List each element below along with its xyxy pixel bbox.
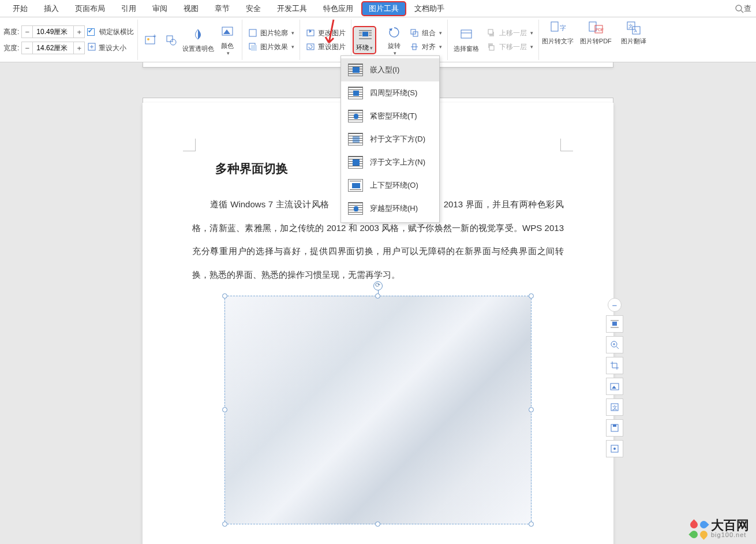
wrap-option-label: 浮于文字上方(N) (370, 157, 425, 167)
height-input[interactable]: − 10.49厘米 + (21, 25, 85, 38)
arrange-group: 旋转 组合 对齐 (380, 20, 448, 60)
transparency-button[interactable]: 设置透明色 (183, 27, 213, 53)
svg-line-1 (741, 10, 743, 13)
margin-corner-icon (560, 139, 573, 151)
pic-to-text-icon: 字 (549, 20, 566, 36)
tab-chapter[interactable]: 章节 (207, 1, 238, 16)
rotate-label: 旋转 (388, 42, 401, 50)
resize-handle[interactable] (375, 293, 380, 299)
selected-image[interactable] (224, 296, 532, 524)
group-button[interactable]: 组合 (407, 26, 444, 40)
wrap-option-tight[interactable]: 紧密型环绕(T) (341, 105, 439, 128)
width-plus[interactable]: + (74, 44, 84, 53)
wrap-option-through[interactable]: 穿越型环绕(H) (341, 197, 439, 220)
reset-picture-label: 重设图片 (318, 42, 346, 52)
pic-translate-label: 图片翻译 (621, 37, 646, 46)
svg-point-0 (736, 5, 742, 11)
pic-to-text-button[interactable]: 字 图片转文字 (542, 20, 572, 60)
resize-handle[interactable] (222, 521, 227, 527)
wrap-option-label: 衬于文字下方(D) (370, 134, 425, 144)
move-up-label: 上移一层 (499, 28, 527, 38)
resize-handle[interactable] (529, 521, 534, 527)
watermark-url: big100.net (711, 532, 749, 538)
wrap-option-front[interactable]: 浮于文字上方(N) (341, 151, 439, 174)
style-group: 图片轮廓 图片效果 (242, 20, 300, 60)
wrap-button[interactable]: 环绕 (353, 26, 376, 54)
pic-to-text-label: 图片转文字 (542, 37, 574, 46)
watermark-logo-icon (690, 521, 708, 538)
tab-reference[interactable]: 引用 (113, 1, 144, 16)
side-save-button[interactable] (606, 419, 623, 437)
rotate-icon (386, 24, 402, 40)
side-crop-button[interactable] (606, 357, 623, 374)
selection-pane-button[interactable]: 选择窗格 (451, 27, 481, 53)
svg-line-46 (616, 346, 619, 349)
wrap-label: 环绕 (356, 43, 373, 52)
width-input[interactable]: − 14.62厘米 + (21, 42, 85, 54)
pic-to-pdf-button[interactable]: PDF 图片转PDF (581, 20, 611, 60)
svg-text:字: 字 (560, 24, 566, 31)
rotate-button[interactable]: 旋转 (383, 24, 405, 56)
height-value[interactable]: 10.49厘米 (32, 26, 74, 38)
color-icon (219, 24, 235, 40)
svg-rect-10 (249, 29, 256, 36)
resize-handle[interactable] (529, 407, 534, 412)
effect-button[interactable]: 图片效果 (246, 40, 296, 54)
tab-picture-tools[interactable]: 图片工具 (361, 1, 406, 16)
lock-ratio-checkbox[interactable] (87, 28, 95, 36)
height-plus[interactable]: + (74, 28, 84, 36)
side-more-button[interactable] (606, 440, 623, 457)
resize-handle[interactable] (375, 521, 380, 527)
tab-view[interactable]: 视图 (175, 1, 207, 16)
search-box[interactable]: 查 (735, 3, 751, 14)
insert-shape-button[interactable] (162, 32, 179, 48)
side-replace-button[interactable] (606, 378, 623, 395)
side-wrap-button[interactable] (606, 315, 623, 333)
outline-button[interactable]: 图片轮廓 (246, 26, 296, 40)
width-minus[interactable]: − (22, 44, 32, 53)
pic-translate-icon: 文A (626, 20, 642, 36)
wrap-option-inline[interactable]: 嵌入型(I) (341, 58, 439, 81)
change-picture-label: 更改图片 (318, 28, 346, 38)
width-label: 宽度: (3, 43, 19, 53)
wrap-option-behind[interactable]: 衬于文字下方(D) (341, 128, 439, 151)
margin-corner-icon (183, 139, 196, 151)
reset-picture-button[interactable]: 重设图片 (304, 40, 347, 54)
width-value[interactable]: 14.62厘米 (32, 42, 74, 54)
add-picture-button[interactable]: + (141, 32, 159, 48)
reset-size-label[interactable]: 重设大小 (99, 43, 126, 53)
resize-handle[interactable] (529, 293, 534, 299)
wrap-option-topbottom[interactable]: 上下型环绕(O) (341, 174, 439, 197)
tab-start[interactable]: 开始 (5, 1, 36, 16)
tab-layout[interactable]: 页面布局 (67, 1, 113, 16)
wrap-option-square[interactable]: 四周型环绕(S) (341, 81, 439, 105)
add-picture-icon: + (142, 32, 158, 48)
svg-text:PDF: PDF (596, 28, 604, 32)
align-button[interactable]: 对齐 (407, 40, 444, 54)
svg-marker-9 (223, 29, 230, 34)
side-zoom-button[interactable] (606, 336, 623, 353)
group-label: 组合 (422, 28, 436, 38)
tab-special[interactable]: 特色应用 (315, 1, 361, 16)
side-ocr-button[interactable]: 文 (606, 398, 623, 416)
tab-insert[interactable]: 插入 (36, 1, 67, 16)
selection-pane-label: 选择窗格 (454, 44, 479, 53)
color-button[interactable]: 颜色 (216, 24, 238, 56)
group-icon (409, 28, 420, 38)
svg-text:文: 文 (628, 24, 633, 29)
tab-dev[interactable]: 开发工具 (269, 1, 315, 16)
height-minus[interactable]: − (22, 28, 32, 36)
tab-review[interactable]: 审阅 (144, 1, 175, 16)
resize-handle[interactable] (222, 293, 227, 299)
resize-handle[interactable] (222, 407, 227, 412)
color-label: 颜色 (221, 42, 234, 50)
reset-size-icon[interactable] (87, 42, 96, 54)
selection-pane-icon (458, 27, 474, 43)
rotate-handle[interactable] (373, 281, 383, 290)
change-picture-button[interactable]: 更改图片 (304, 26, 347, 40)
side-collapse-button[interactable]: − (608, 298, 622, 312)
pic-translate-button[interactable]: 文A 图片翻译 (619, 20, 649, 60)
move-down-label: 下移一层 (499, 42, 527, 52)
tab-doc-assistant[interactable]: 文档助手 (406, 1, 452, 16)
tab-security[interactable]: 安全 (238, 1, 269, 16)
